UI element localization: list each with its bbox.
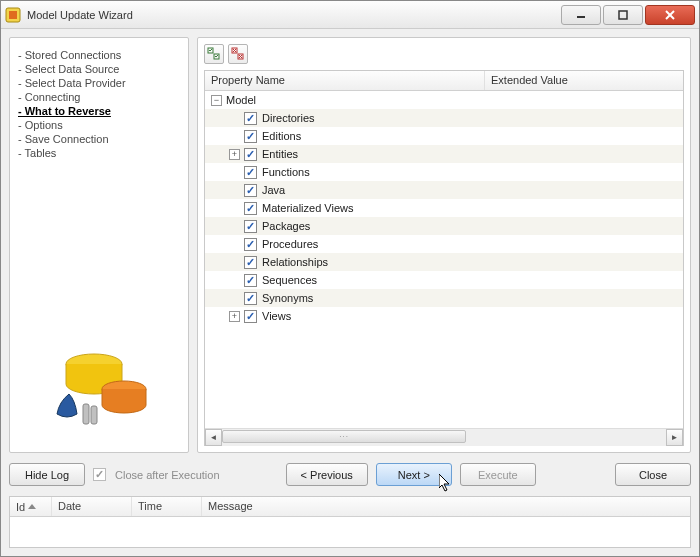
tree-row[interactable]: Materialized Views	[205, 199, 683, 217]
svg-rect-9	[91, 406, 97, 424]
tree-label: Java	[262, 184, 285, 196]
tree-row[interactable]: Java	[205, 181, 683, 199]
tree-row[interactable]: Relationships	[205, 253, 683, 271]
checkbox[interactable]	[244, 184, 257, 197]
tree-row[interactable]: Packages	[205, 217, 683, 235]
svg-rect-8	[83, 404, 89, 424]
checkbox[interactable]	[244, 202, 257, 215]
tree-row[interactable]: Synonyms	[205, 289, 683, 307]
wizard-step[interactable]: - Select Data Source	[18, 62, 180, 76]
scroll-left-arrow[interactable]: ◄	[205, 429, 222, 446]
maximize-button[interactable]	[603, 5, 643, 25]
horizontal-scrollbar[interactable]: ◄ ··· ►	[205, 428, 683, 445]
column-extended-value[interactable]: Extended Value	[485, 71, 574, 90]
tree-label: Functions	[262, 166, 310, 178]
next-button[interactable]: Next >	[376, 463, 452, 486]
wizard-step[interactable]: - Connecting	[18, 90, 180, 104]
tree-label: Procedures	[262, 238, 318, 250]
svg-rect-3	[619, 11, 627, 19]
checkbox[interactable]	[244, 310, 257, 323]
tree-row[interactable]: Sequences	[205, 271, 683, 289]
svg-line-5	[666, 11, 674, 19]
tree-row[interactable]: +Views	[205, 307, 683, 325]
column-property-name[interactable]: Property Name	[205, 71, 485, 90]
checkbox[interactable]	[244, 112, 257, 125]
scroll-right-arrow[interactable]: ►	[666, 429, 683, 446]
app-icon	[5, 7, 21, 23]
tree-label: Packages	[262, 220, 310, 232]
close-window-button[interactable]	[645, 5, 695, 25]
sidebar-illustration	[39, 334, 159, 436]
tree-label: Relationships	[262, 256, 328, 268]
wizard-step[interactable]: - Stored Connections	[18, 48, 180, 62]
cursor-icon	[439, 474, 455, 494]
tree-label: Directories	[262, 112, 315, 124]
log-col-message[interactable]: Message	[202, 497, 690, 516]
checkbox[interactable]	[244, 130, 257, 143]
checkbox-icon	[93, 468, 106, 481]
expand-toggle[interactable]: −	[211, 95, 222, 106]
log-col-id[interactable]: Id	[10, 497, 52, 516]
tree-label: Synonyms	[262, 292, 313, 304]
log-panel: Id Date Time Message	[9, 496, 691, 548]
tree-row[interactable]: Editions	[205, 127, 683, 145]
checkbox[interactable]	[244, 256, 257, 269]
tree-label: Views	[262, 310, 291, 322]
main-panel: Property Name Extended Value −ModelDirec…	[197, 37, 691, 453]
check-all-button[interactable]	[204, 44, 224, 64]
execute-button: Execute	[460, 463, 536, 486]
close-button[interactable]: Close	[615, 463, 691, 486]
tree-row[interactable]: Procedures	[205, 235, 683, 253]
tree-label: Entities	[262, 148, 298, 160]
expand-toggle[interactable]: +	[229, 311, 240, 322]
minimize-button[interactable]	[561, 5, 601, 25]
wizard-step[interactable]: - Select Data Provider	[18, 76, 180, 90]
expand-toggle[interactable]: +	[229, 149, 240, 160]
tree-row[interactable]: Functions	[205, 163, 683, 181]
wizard-step[interactable]: - Tables	[18, 146, 180, 160]
sort-asc-icon	[28, 504, 36, 509]
window-title: Model Update Wizard	[27, 9, 133, 21]
log-col-date[interactable]: Date	[52, 497, 132, 516]
svg-rect-1	[9, 11, 17, 19]
scroll-thumb[interactable]: ···	[222, 430, 466, 443]
button-bar: Hide Log Close after Execution < Previou…	[9, 459, 691, 490]
property-tree: Property Name Extended Value −ModelDirec…	[204, 70, 684, 446]
wizard-sidebar: - Stored Connections- Select Data Source…	[9, 37, 189, 453]
tree-row[interactable]: Directories	[205, 109, 683, 127]
wizard-step[interactable]: - Save Connection	[18, 132, 180, 146]
wizard-step[interactable]: - Options	[18, 118, 180, 132]
tree-label: Model	[226, 94, 256, 106]
wizard-step[interactable]: - What to Reverse	[18, 104, 180, 118]
checkbox[interactable]	[244, 238, 257, 251]
titlebar[interactable]: Model Update Wizard	[1, 1, 699, 29]
checkbox[interactable]	[244, 148, 257, 161]
tree-row[interactable]: −Model	[205, 91, 683, 109]
checkbox[interactable]	[244, 274, 257, 287]
wizard-window: Model Update Wizard - Stored Connections…	[0, 0, 700, 557]
checkbox[interactable]	[244, 292, 257, 305]
close-after-execution-checkbox: Close after Execution	[93, 468, 220, 481]
tree-label: Materialized Views	[262, 202, 354, 214]
tree-label: Editions	[262, 130, 301, 142]
log-col-time[interactable]: Time	[132, 497, 202, 516]
tree-body[interactable]: −ModelDirectoriesEditions+EntitiesFuncti…	[205, 91, 683, 428]
hide-log-button[interactable]: Hide Log	[9, 463, 85, 486]
tree-label: Sequences	[262, 274, 317, 286]
previous-button[interactable]: < Previous	[286, 463, 368, 486]
tree-row[interactable]: +Entities	[205, 145, 683, 163]
uncheck-all-button[interactable]	[228, 44, 248, 64]
svg-line-4	[666, 11, 674, 19]
checkbox[interactable]	[244, 166, 257, 179]
checkbox[interactable]	[244, 220, 257, 233]
